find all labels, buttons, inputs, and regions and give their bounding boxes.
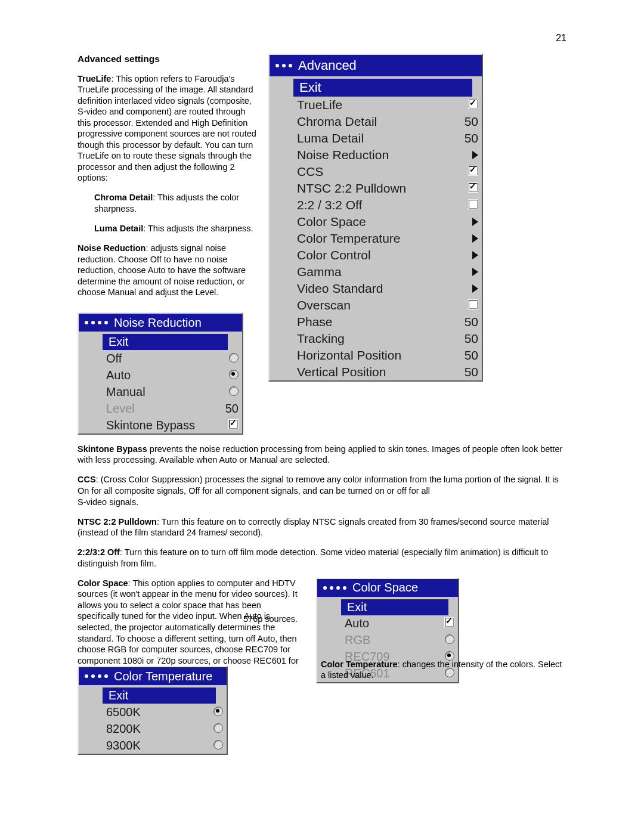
menu-item-label: Color Control xyxy=(297,248,371,262)
checkbox-icon[interactable] xyxy=(468,166,478,176)
submenu-arrow-icon[interactable] xyxy=(472,234,478,243)
menu-item-label: Manual xyxy=(106,385,145,398)
submenu-arrow-icon[interactable] xyxy=(472,284,478,293)
menu-item[interactable]: Level50 xyxy=(79,400,242,417)
checkbox-icon[interactable] xyxy=(468,99,478,109)
menu-item-label: 9300K xyxy=(106,739,141,752)
menu-item[interactable]: Color Control xyxy=(270,247,482,264)
submenu-arrow-icon[interactable] xyxy=(472,251,478,259)
checkbox-icon[interactable] xyxy=(228,419,239,429)
menu-item-icon xyxy=(274,181,289,193)
menu-item-label: Horizontal Position xyxy=(297,348,401,362)
menu-item-label: 2:2 / 3:2 Off xyxy=(297,198,362,212)
submenu-arrow-icon[interactable] xyxy=(472,218,478,226)
radio-icon[interactable] xyxy=(229,370,239,379)
menu-item[interactable]: CCS xyxy=(270,163,482,180)
menu-item-icon xyxy=(83,721,98,733)
menu-item-label: CCS xyxy=(297,165,323,178)
radio-icon[interactable] xyxy=(229,386,239,396)
menu-item-icon xyxy=(83,351,98,363)
menu-item[interactable]: Skintone Bypass xyxy=(79,417,242,433)
menu-item[interactable]: Color Space xyxy=(270,213,482,230)
exit-button[interactable]: Exit xyxy=(341,599,448,615)
advanced-menu: Advanced Exit TrueLifeChroma Detail50Lum… xyxy=(268,54,483,382)
menu-item-icon xyxy=(83,705,98,717)
submenu-arrow-icon[interactable] xyxy=(472,151,478,159)
menu-item-icon xyxy=(274,348,289,360)
chroma-detail-paragraph: Chroma Detail: This adjusts the color sh… xyxy=(94,192,256,214)
menu-item-icon xyxy=(274,148,289,160)
menu-item[interactable]: Horizontal Position50 xyxy=(270,347,482,364)
menu-item[interactable]: Color Temperature xyxy=(270,230,482,247)
document-page: 21 Advanced settings TrueLife: This opti… xyxy=(0,0,644,833)
menu-value: 50 xyxy=(465,131,478,145)
menu-item-icon xyxy=(274,315,289,327)
menu-item[interactable]: Tracking50 xyxy=(270,330,482,347)
menu-item-label: Color Space xyxy=(297,215,366,228)
checkbox-icon[interactable] xyxy=(468,299,478,309)
menu-item-icon xyxy=(274,332,289,343)
menu-item[interactable]: Video Standard xyxy=(270,280,482,297)
menu-item[interactable]: NTSC 2:2 Pulldown xyxy=(270,180,482,197)
menu-item-label: Level xyxy=(106,402,135,415)
menu-item-icon xyxy=(274,231,289,243)
menu-item[interactable]: Manual xyxy=(79,383,242,400)
menu-title: Color Space xyxy=(317,579,458,597)
ccs-paragraph: CCS: (Cross Color Suppression) processes… xyxy=(78,474,566,507)
menu-item[interactable]: Overscan xyxy=(270,297,482,314)
menu-item[interactable]: 6500K xyxy=(79,704,227,720)
menu-item-label: Off xyxy=(106,352,122,365)
menu-item-label: 6500K xyxy=(106,705,141,719)
menu-value: 50 xyxy=(465,315,478,329)
menu-title: Advanced xyxy=(270,55,482,76)
menu-item-icon xyxy=(274,165,289,176)
radio-icon[interactable] xyxy=(213,740,223,750)
menu-item[interactable]: 8200K xyxy=(79,720,227,737)
checkbox-icon[interactable] xyxy=(444,617,454,627)
radio-icon[interactable] xyxy=(213,707,223,716)
menu-item-label: Video Standard xyxy=(297,281,383,295)
exit-button[interactable]: Exit xyxy=(103,688,216,704)
menu-item[interactable]: Auto xyxy=(79,367,242,383)
menu-item[interactable]: TrueLife xyxy=(270,97,482,113)
menu-item-label: Luma Detail xyxy=(297,131,364,145)
radio-icon[interactable] xyxy=(213,723,223,733)
menu-item-icon xyxy=(83,401,98,413)
color-space-paragraph: Color Space: This option applies to comp… xyxy=(78,578,304,677)
exit-button[interactable]: Exit xyxy=(293,79,472,97)
2232off-paragraph: 2:2/3:2 Off: Turn this feature on to tur… xyxy=(78,547,566,569)
menu-value: 50 xyxy=(225,402,239,415)
menu-item[interactable]: Luma Detail50 xyxy=(270,130,482,147)
menu-item[interactable]: 9300K xyxy=(79,737,227,754)
noise-reduction-paragraph: Noise Reduction: adjusts signal noise re… xyxy=(78,243,256,298)
menu-item-label: Chroma Detail xyxy=(297,114,377,128)
page-number: 21 xyxy=(556,33,566,44)
menu-item-label: Phase xyxy=(297,315,333,329)
menu-item-icon xyxy=(274,281,289,293)
menu-item-icon xyxy=(83,738,98,750)
checkbox-icon[interactable] xyxy=(468,199,478,209)
menu-item[interactable]: Chroma Detail50 xyxy=(270,113,482,130)
menu-item-label: Tracking xyxy=(297,332,345,345)
checkbox-icon[interactable] xyxy=(468,182,478,193)
submenu-arrow-icon[interactable] xyxy=(472,268,478,276)
menu-value: 50 xyxy=(465,348,478,362)
exit-button[interactable]: Exit xyxy=(103,334,228,350)
menu-item-icon xyxy=(274,198,289,210)
menu-item[interactable]: Gamma xyxy=(270,264,482,280)
truelife-paragraph: TrueLife: This option refers to Faroudja… xyxy=(78,73,256,184)
menu-value: 50 xyxy=(465,365,478,379)
radio-icon[interactable] xyxy=(229,353,239,363)
menu-title: Color Temperature xyxy=(79,667,227,685)
menu-item-label: Vertical Position xyxy=(297,365,386,379)
menu-item-label: 8200K xyxy=(106,722,141,735)
menu-item-label: Noise Reduction xyxy=(297,148,389,162)
menu-item[interactable]: Off xyxy=(79,350,242,367)
menu-item[interactable]: Vertical Position50 xyxy=(270,364,482,380)
menu-item[interactable]: 2:2 / 3:2 Off xyxy=(270,197,482,213)
ntsc-paragraph: NTSC 2:2 Pulldown: Turn this feature on … xyxy=(78,516,566,538)
section-heading: Advanced settings xyxy=(78,54,256,64)
menu-item[interactable]: Phase50 xyxy=(270,314,482,330)
skintone-paragraph: Skintone Bypass prevents the noise reduc… xyxy=(78,444,566,466)
menu-item[interactable]: Noise Reduction xyxy=(270,147,482,163)
